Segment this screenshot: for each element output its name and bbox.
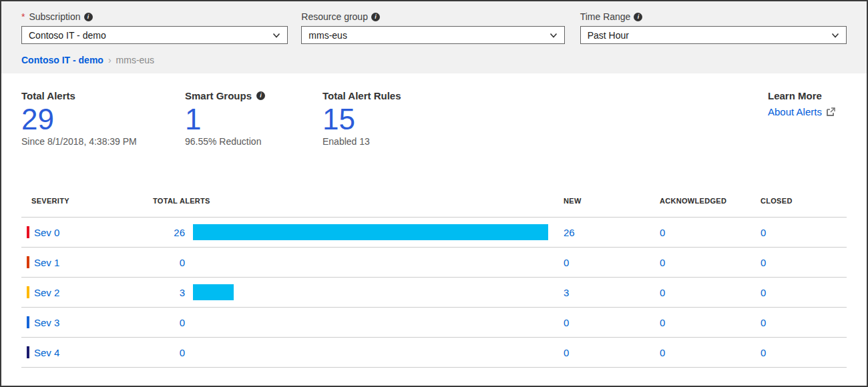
total-alerts-count[interactable]: 26 [153, 227, 185, 238]
severity-color-chip [27, 286, 29, 298]
chevron-down-icon [550, 31, 558, 39]
breadcrumb: Contoso IT - demo › mms-eus [21, 55, 847, 65]
info-icon[interactable]: i [634, 13, 642, 21]
alert-rules-subtext: Enabled 13 [322, 136, 768, 147]
header-acknowledged: ACKNOWLEDGED [660, 193, 761, 205]
severity-color-chip [27, 316, 29, 328]
total-alerts-bar [193, 224, 548, 240]
severity-link[interactable]: Sev 4 [34, 347, 59, 358]
total-alerts-value: 29 [21, 104, 185, 135]
time-range-label: Time Range i [580, 10, 847, 23]
about-alerts-link[interactable]: About Alerts [768, 106, 847, 117]
total-alerts-count[interactable]: 3 [153, 287, 185, 298]
resource-group-dropdown[interactable]: mms-eus [301, 26, 564, 44]
time-range-value: Past Hour [588, 30, 629, 41]
total-alerts-count[interactable]: 0 [153, 347, 185, 358]
subscription-value: Contoso IT - demo [29, 30, 106, 41]
breadcrumb-subscription-link[interactable]: Contoso IT - demo [21, 55, 103, 65]
acknowledged-count[interactable]: 0 [660, 257, 761, 268]
table-row-sev1: Sev 1 0 0 0 0 [21, 248, 847, 278]
subscription-label: * Subscription i [21, 10, 288, 23]
new-count[interactable]: 0 [564, 257, 660, 268]
table-header-row: SEVERITY TOTAL ALERTS NEW ACKNOWLEDGED C… [21, 193, 847, 218]
closed-count[interactable]: 0 [761, 257, 847, 268]
smart-groups-title: Smart Groups i [185, 89, 322, 101]
header-closed: CLOSED [761, 193, 847, 205]
closed-count[interactable]: 0 [761, 227, 847, 238]
smart-groups-title-text: Smart Groups [185, 90, 252, 101]
time-range-dropdown[interactable]: Past Hour [580, 26, 847, 44]
severity-link[interactable]: Sev 2 [34, 287, 59, 298]
severity-link[interactable]: Sev 1 [34, 257, 59, 268]
breadcrumb-separator: › [108, 55, 112, 65]
total-alerts-stat: Total Alerts 29 Since 8/1/2018, 4:38:39 … [21, 89, 185, 147]
chevron-down-icon [831, 31, 839, 39]
learn-more-block: Learn More About Alerts [768, 89, 847, 147]
header-total-alerts: TOTAL ALERTS [153, 193, 564, 205]
about-alerts-label: About Alerts [768, 106, 822, 117]
alert-rules-stat: Total Alert Rules 15 Enabled 13 [322, 89, 768, 147]
severity-color-chip [27, 226, 29, 238]
learn-more-title: Learn More [768, 90, 847, 101]
summary-stats: Total Alerts 29 Since 8/1/2018, 4:38:39 … [1, 73, 867, 147]
severity-color-chip [27, 256, 29, 268]
new-count[interactable]: 3 [564, 287, 660, 298]
chevron-down-icon [272, 31, 280, 39]
severity-color-chip [27, 346, 29, 358]
alerts-page: * Subscription i Contoso IT - demo Resou… [0, 0, 868, 387]
alert-rules-title: Total Alert Rules [322, 89, 768, 101]
severity-link[interactable]: Sev 0 [34, 227, 59, 238]
new-count[interactable]: 0 [564, 317, 660, 328]
resource-group-value: mms-eus [308, 30, 347, 41]
required-asterisk: * [21, 11, 25, 22]
resource-group-field: Resource group i mms-eus [301, 10, 564, 44]
subscription-dropdown[interactable]: Contoso IT - demo [21, 26, 288, 44]
acknowledged-count[interactable]: 0 [660, 227, 761, 238]
new-count[interactable]: 0 [564, 347, 660, 358]
total-alerts-subtext: Since 8/1/2018, 4:38:39 PM [21, 136, 185, 147]
time-range-field: Time Range i Past Hour [580, 10, 847, 44]
smart-groups-subtext: 96.55% Reduction [185, 136, 322, 147]
smart-groups-value: 1 [185, 104, 322, 135]
smart-groups-stat: Smart Groups i 1 96.55% Reduction [185, 89, 322, 147]
info-icon[interactable]: i [84, 13, 93, 21]
new-count[interactable]: 26 [564, 227, 660, 238]
closed-count[interactable]: 0 [761, 347, 847, 358]
resource-group-label-text: Resource group [301, 11, 368, 22]
table-row-sev4: Sev 4 0 0 0 0 [21, 338, 847, 368]
info-icon[interactable]: i [371, 13, 380, 21]
filter-bar: * Subscription i Contoso IT - demo Resou… [1, 1, 867, 73]
resource-group-label: Resource group i [301, 10, 564, 23]
total-alerts-count[interactable]: 0 [153, 257, 185, 268]
breadcrumb-current: mms-eus [116, 55, 155, 65]
closed-count[interactable]: 0 [761, 317, 847, 328]
acknowledged-count[interactable]: 0 [660, 317, 761, 328]
total-alerts-title: Total Alerts [21, 89, 185, 101]
table-row-sev3: Sev 3 0 0 0 0 [21, 308, 847, 338]
total-alerts-bar [193, 284, 234, 300]
header-new: NEW [564, 193, 660, 205]
table-row-sev2: Sev 2 3 3 0 0 [21, 278, 847, 308]
header-severity: SEVERITY [21, 193, 153, 205]
table-row-sev0: Sev 0 26 26 0 0 [21, 218, 847, 248]
severity-table: SEVERITY TOTAL ALERTS NEW ACKNOWLEDGED C… [21, 193, 847, 368]
subscription-label-text: Subscription [29, 11, 80, 22]
acknowledged-count[interactable]: 0 [660, 287, 761, 298]
subscription-field: * Subscription i Contoso IT - demo [21, 10, 288, 44]
info-icon[interactable]: i [256, 91, 265, 100]
closed-count[interactable]: 0 [761, 287, 847, 298]
total-alerts-count[interactable]: 0 [153, 317, 185, 328]
severity-link[interactable]: Sev 3 [34, 317, 59, 328]
time-range-label-text: Time Range [580, 11, 631, 22]
acknowledged-count[interactable]: 0 [660, 347, 761, 358]
alert-rules-value: 15 [322, 104, 768, 135]
external-link-icon [826, 107, 836, 117]
